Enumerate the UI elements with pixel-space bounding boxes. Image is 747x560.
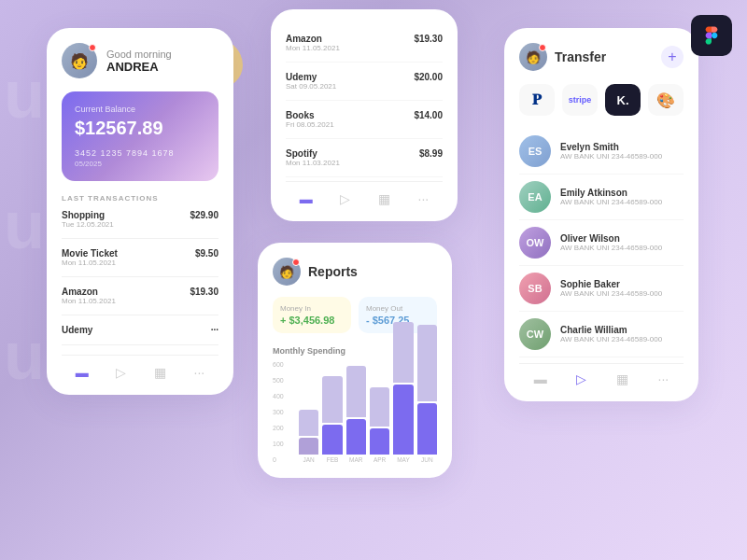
- tx-amount-books: $14.00: [414, 110, 443, 120]
- transfer-title: Transfer: [555, 49, 606, 64]
- contact-info-sb: Sophie Baker AW BANK UNI 234-46589-000: [560, 279, 684, 298]
- contact-charlie-william[interactable]: CW Charlie William AW BANK UNI 234-46589…: [519, 312, 684, 357]
- table-row: Shopping Tue 12.05.2021 $29.90: [62, 210, 218, 239]
- notification-dot: [89, 44, 96, 51]
- chart-bar-apr: [370, 387, 389, 455]
- tx-detail-spotify: Spotify Mon 11.03.2021: [286, 148, 340, 167]
- nav2-card-icon[interactable]: ▬: [300, 191, 313, 206]
- transfer-header: 🧑 Transfer +: [519, 43, 684, 71]
- reports-avatar-dot: [292, 259, 300, 266]
- contact-sophie-baker[interactable]: SB Sophie Baker AW BANK UNI 234-46589-00…: [519, 266, 684, 312]
- chart-x-axis: JAN FEB MAR APR MAY JUN: [273, 456, 437, 463]
- add-transfer-button[interactable]: +: [661, 46, 684, 68]
- nav-chart-icon[interactable]: ▦: [154, 365, 166, 380]
- tx-detail-udemy: Udemy Sat 09.05.2021: [286, 72, 336, 91]
- contact-avatar-ea: EA: [519, 181, 551, 213]
- contact-avatar-ow: OW: [519, 227, 551, 259]
- transfer-avatar-dot: [539, 44, 546, 51]
- chart-bar-jan: [299, 410, 318, 455]
- contact-avatar-cw: CW: [519, 318, 551, 350]
- k-payment-icon[interactable]: K.: [605, 84, 641, 116]
- transaction-list-card: Amazon Mon 11.05.2021 $19.30 Udemy Sat 0…: [271, 9, 458, 221]
- tx-name-movie: Movie Ticket Mon 11.05.2021: [62, 248, 118, 267]
- chart-bars: [273, 361, 437, 455]
- contact-info-ea: Emily Atkinson AW BANK UNI 234-46589-000: [560, 188, 684, 206]
- balance-label: Current Balance: [75, 105, 205, 114]
- tx-amount-udemy: ···: [211, 325, 218, 335]
- tx-name-udemy: Udemy: [62, 325, 92, 335]
- contact-emily-atkinson[interactable]: EA Emily Atkinson AW BANK UNI 234-46589-…: [519, 175, 684, 220]
- contact-info-es: Evelyn Smith AW BANK UNI 234-46589-000: [560, 142, 684, 161]
- contact-info-ow: Oliver Wilson AW BANK UNI 234-46589-000: [560, 233, 684, 252]
- nav3-card-icon[interactable]: ▬: [534, 371, 547, 386]
- tx-amount-udemy2: $20.00: [414, 72, 443, 82]
- transfer-bottom-nav: ▬ ▷ ▦ ···: [519, 363, 684, 386]
- table-row: Amazon Mon 11.05.2021 $19.30: [286, 24, 443, 63]
- table-row: Amazon Mon 11.05.2021 $19.30: [62, 287, 218, 315]
- tx-amount-shopping: $29.90: [190, 210, 218, 220]
- nav-more-icon[interactable]: ···: [194, 365, 205, 380]
- nav-card-icon[interactable]: ▬: [76, 365, 89, 380]
- contact-evelyn-smith[interactable]: ES Evelyn Smith AW BANK UNI 234-46589-00…: [519, 129, 684, 175]
- chart-container: 600 500 400 300 200 100 0: [273, 361, 437, 463]
- money-in-label: Money In: [280, 304, 344, 313]
- nav3-send-icon[interactable]: ▷: [576, 371, 586, 386]
- chart-bar-feb: [322, 376, 342, 455]
- balance-amount: $12567.89: [75, 118, 205, 139]
- chart-bar-may: [393, 322, 413, 455]
- table-row: Books Fri 08.05.2021 $14.00: [286, 101, 443, 139]
- contact-avatar-sb: SB: [519, 273, 551, 304]
- card-number: 3452 1235 7894 1678: [75, 148, 205, 158]
- chart-bar-mar: [346, 366, 366, 455]
- tx-name-amazon: Amazon Mon 11.05.2021: [62, 287, 116, 305]
- tx-detail-books: Books Fri 08.05.2021: [286, 110, 334, 129]
- money-in-box: Money In + $3,456.98: [273, 297, 351, 333]
- tx-amount-movie: $9.50: [195, 248, 218, 259]
- money-out-label: Money Out: [366, 304, 430, 313]
- greeting-text: Good morning: [106, 49, 172, 60]
- avatar: 🧑: [62, 43, 97, 78]
- tx-amount-amazon2: $19.30: [414, 34, 443, 44]
- contact-avatar-es: ES: [519, 135, 551, 167]
- transactions-section-label: LAST TRANSACTIONS: [62, 194, 218, 203]
- table-row: Udemy Sat 09.05.2021 $20.00: [286, 63, 443, 101]
- stripe-icon[interactable]: stripe: [562, 84, 598, 116]
- transfer-card: 🧑 Transfer + 𝐏 stripe K. 🎨 ES Evelyn Smi…: [504, 28, 698, 401]
- contact-info-cw: Charlie William AW BANK UNI 234-46589-00…: [560, 325, 684, 343]
- table-row: Movie Ticket Mon 11.05.2021 $9.50: [62, 248, 218, 277]
- nav2-more-icon[interactable]: ···: [418, 191, 430, 206]
- contact-oliver-wilson[interactable]: OW Oliver Wilson AW BANK UNI 234-46589-0…: [519, 220, 684, 266]
- tx-amount-spotify: $8.99: [419, 148, 443, 159]
- multi-payment-icon[interactable]: 🎨: [648, 84, 684, 116]
- figma-logo: [691, 15, 732, 56]
- chart-bar-jun: [417, 325, 437, 455]
- bottom-navigation-2: ▬ ▷ ▦ ···: [286, 181, 443, 206]
- bottom-navigation: ▬ ▷ ▦ ···: [62, 355, 218, 380]
- reports-title: Reports: [308, 264, 358, 279]
- transfer-avatar: 🧑: [519, 43, 547, 71]
- reports-header: 🧑 Reports: [273, 258, 437, 286]
- paypal-icon[interactable]: 𝐏: [519, 84, 555, 116]
- user-header: 🧑 Good morning ANDREA: [62, 43, 218, 78]
- user-name: ANDREA: [106, 60, 172, 74]
- nav2-chart-icon[interactable]: ▦: [378, 191, 390, 206]
- card-expiry: 05/2025: [75, 160, 205, 168]
- tx-name-shopping: Shopping Tue 12.05.2021: [62, 210, 114, 229]
- tx-amount-amazon: $19.30: [190, 287, 218, 297]
- table-row: Udemy ···: [62, 325, 218, 345]
- tx-detail-amazon: Amazon Mon 11.05.2021: [286, 34, 340, 52]
- reports-card: 🧑 Reports Money In + $3,456.98 Money Out…: [258, 243, 452, 478]
- payment-methods-row: 𝐏 stripe K. 🎨: [519, 84, 684, 116]
- reports-avatar: 🧑: [273, 258, 301, 286]
- main-dashboard-card: 🧑 Good morning ANDREA Current Balance $1…: [47, 28, 233, 395]
- table-row: Spotify Mon 11.03.2021 $8.99: [286, 139, 443, 177]
- balance-card: Current Balance $12567.89 3452 1235 7894…: [62, 91, 218, 181]
- nav3-chart-icon[interactable]: ▦: [616, 371, 628, 386]
- nav2-send-icon[interactable]: ▷: [340, 191, 350, 206]
- greeting-block: Good morning ANDREA: [106, 49, 172, 74]
- nav-send-icon[interactable]: ▷: [116, 365, 126, 380]
- nav3-more-icon[interactable]: ···: [658, 371, 669, 386]
- money-in-value: + $3,456.98: [280, 315, 344, 326]
